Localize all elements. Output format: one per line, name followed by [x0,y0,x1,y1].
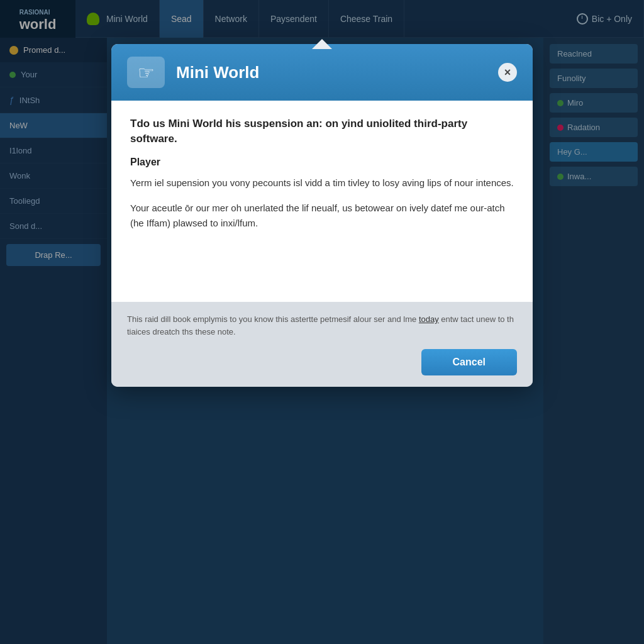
modal-overlay: ☞ Mini World × Tdo us Mini World his sus… [0,0,644,644]
modal-subheading: Player [130,157,514,168]
modal-heading: Tdo us Mini World his suspension an: on … [130,116,514,147]
modal-body-text-1: Yerm iel supension you vony pecounts isl… [130,175,514,191]
modal-footer: This raid dill book emplymis to you know… [111,302,533,387]
modal-arrow [312,39,332,49]
modal-dialog: ☞ Mini World × Tdo us Mini World his sus… [111,44,533,387]
footer-link-today[interactable]: today [419,314,439,324]
modal-footer-buttons: Cancel [127,349,517,375]
modal-title: Mini World [176,63,259,82]
modal-body: Tdo us Mini World his suspension an: on … [111,101,533,302]
modal-body-text-2: Your aceutle ōr our mer oh unerlated the… [130,201,514,231]
modal-close-button[interactable]: × [498,63,517,82]
modal-header: ☞ Mini World × [111,44,533,101]
cancel-button[interactable]: Cancel [421,349,517,375]
modal-header-icon: ☞ [127,57,165,88]
modal-footer-text: This raid dill book emplymis to you know… [127,313,517,338]
touch-icon: ☞ [138,62,155,84]
